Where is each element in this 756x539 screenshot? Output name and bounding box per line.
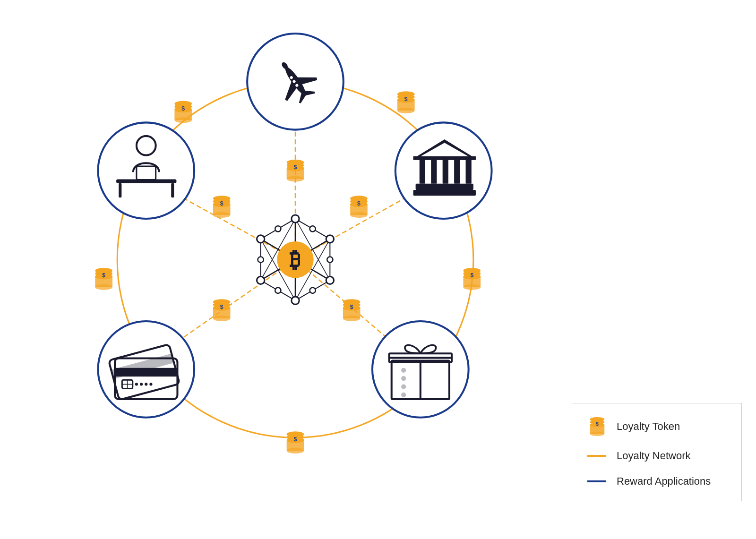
svg-rect-73 [413, 190, 476, 196]
svg-point-132 [257, 276, 265, 284]
svg-point-86 [401, 368, 406, 373]
svg-text:₿: ₿ [290, 248, 301, 272]
svg-point-131 [292, 297, 299, 304]
svg-point-130 [326, 276, 334, 284]
svg-point-128 [292, 215, 299, 222]
svg-text:$: $ [350, 304, 353, 310]
svg-text:$: $ [470, 272, 473, 279]
svg-text:$: $ [596, 421, 599, 427]
svg-text:$: $ [294, 164, 297, 171]
legend-item-token: $ Loyalty Token [587, 417, 726, 436]
svg-text:$: $ [181, 105, 185, 112]
svg-rect-94 [115, 368, 177, 376]
svg-point-88 [401, 384, 406, 389]
svg-point-138 [258, 257, 264, 263]
svg-point-129 [326, 235, 334, 243]
legend-item-applications: Reward Applications [587, 475, 726, 488]
legend-orange-line-icon [587, 455, 611, 457]
svg-text:$: $ [102, 272, 105, 279]
svg-text:$: $ [294, 436, 297, 443]
legend-item-network: Loyalty Network [587, 450, 726, 462]
svg-rect-80 [413, 156, 476, 160]
svg-point-135 [327, 257, 333, 263]
diagram-container: $ $ $ $ [24, 9, 567, 529]
svg-text:$: $ [404, 96, 408, 103]
svg-rect-77 [443, 159, 448, 184]
legend-network-label: Loyalty Network [617, 450, 691, 462]
svg-rect-75 [420, 159, 425, 184]
svg-rect-106 [171, 183, 174, 198]
svg-text:$: $ [220, 200, 223, 207]
svg-rect-76 [431, 159, 437, 184]
svg-text:$: $ [220, 304, 223, 310]
svg-point-87 [401, 376, 406, 381]
svg-point-98 [135, 383, 138, 385]
svg-rect-79 [466, 159, 472, 184]
legend-token-label: Loyalty Token [617, 420, 680, 433]
legend: $ Loyalty Token Loyalty Network Reward A… [572, 403, 742, 501]
svg-point-134 [310, 226, 316, 231]
svg-rect-105 [119, 183, 121, 198]
legend-blue-line-icon [587, 480, 611, 482]
svg-point-99 [140, 383, 143, 385]
svg-point-89 [401, 393, 406, 397]
legend-applications-label: Reward Applications [617, 475, 711, 488]
svg-point-137 [275, 288, 281, 293]
svg-rect-78 [454, 159, 460, 184]
svg-point-136 [310, 288, 316, 293]
svg-point-139 [275, 226, 281, 231]
svg-point-133 [257, 235, 265, 243]
svg-text:$: $ [357, 200, 361, 207]
svg-point-100 [145, 383, 147, 385]
svg-point-101 [149, 383, 152, 385]
svg-rect-74 [416, 184, 473, 190]
legend-coin-icon: $ [587, 417, 611, 436]
